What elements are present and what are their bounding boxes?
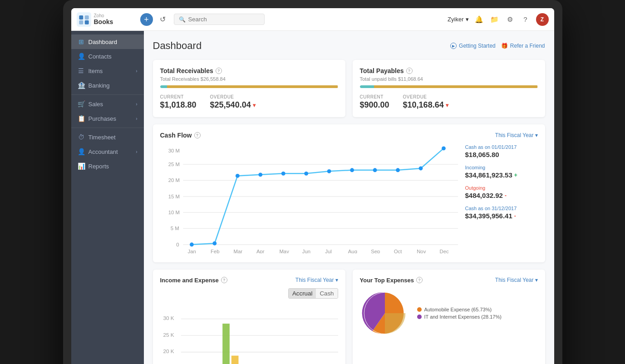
top-expenses-fiscal-year[interactable]: This Fiscal Year ▾: [495, 277, 538, 283]
payables-current-block: CURRENT $900.00: [360, 94, 389, 110]
svg-text:Jul: Jul: [325, 249, 332, 253]
legend-item-it: IT and Internet Expenses (28.17%): [417, 314, 502, 320]
sidebar-item-accountant[interactable]: 👤 Accountant ›: [71, 144, 144, 159]
user-name[interactable]: Zyiker ▾: [448, 16, 468, 23]
payables-overdue-bar: [374, 85, 538, 88]
receivables-info-icon[interactable]: ?: [216, 68, 222, 74]
cash-start-label: Cash as on 01/01/2017: [465, 144, 538, 150]
svg-point-21: [258, 172, 262, 177]
automobile-legend-label: Automobile Expense (65.73%): [424, 307, 492, 312]
top-expenses-title: Your Top Expenses ?: [360, 277, 423, 284]
incoming-value: $34,861,923.53 +: [465, 171, 538, 179]
cash-toggle[interactable]: Cash: [316, 289, 337, 298]
top-expenses-info-icon[interactable]: ?: [416, 277, 423, 283]
income-expense-fiscal-year[interactable]: This Fiscal Year ▾: [295, 277, 338, 283]
svg-point-22: [281, 172, 285, 176]
payables-overdue-arrow[interactable]: ▾: [446, 102, 448, 108]
sidebar-item-label: Purchases: [89, 115, 116, 122]
content-header: Dashboard ▶ Getting Started 🎁 Refer a Fr…: [153, 40, 545, 52]
svg-rect-1: [79, 15, 83, 20]
cashflow-info-icon[interactable]: ?: [194, 132, 201, 138]
svg-text:Apr: Apr: [256, 249, 264, 253]
dropdown-icon: ▾: [535, 132, 538, 138]
svg-rect-4: [84, 20, 89, 24]
overdue-value: $25,540.04 ▾: [210, 100, 256, 110]
current-value: $1,018.80: [160, 100, 197, 110]
notifications-icon[interactable]: 🔔: [474, 15, 484, 25]
screen: Zoho Books + ↺ 🔍 Zyiker ▾ 🔔 📁 ⚙ ?: [71, 8, 554, 364]
receivables-current-block: CURRENT $1,018.80: [160, 94, 197, 110]
payables-title: Total Payables ?: [360, 67, 538, 74]
sidebar-item-dashboard[interactable]: ⊞ Dashboard: [71, 34, 144, 49]
play-icon: ▶: [450, 43, 457, 49]
refer-friend-button[interactable]: 🎁 Refer a Friend: [501, 43, 545, 49]
getting-started-button[interactable]: ▶ Getting Started: [450, 43, 496, 49]
sidebar-item-timesheet[interactable]: ⏱ Timesheet: [71, 130, 144, 144]
svg-text:25 K: 25 K: [163, 331, 174, 337]
income-expense-info-icon[interactable]: ?: [221, 277, 227, 283]
search-input[interactable]: [188, 16, 260, 23]
history-button[interactable]: ↺: [157, 13, 169, 26]
avatar[interactable]: Z: [536, 13, 549, 26]
sidebar-item-reports[interactable]: 📊 Reports: [71, 159, 144, 173]
svg-text:5 M: 5 M: [170, 226, 179, 231]
folder-icon[interactable]: 📁: [490, 15, 500, 25]
cashflow-layout: 0 5 M 10 M 15 M 20 M 25 M 30 M: [160, 144, 538, 255]
svg-text:20 M: 20 M: [168, 177, 179, 183]
payables-current-value: $900.00: [360, 100, 389, 110]
settings-icon[interactable]: ⚙: [505, 15, 515, 25]
svg-rect-3: [79, 20, 83, 24]
page-title: Dashboard: [153, 40, 202, 52]
income-expense-chart: 30 K 25 K 20 K: [160, 302, 338, 364]
accrual-toggle[interactable]: Accrual: [289, 289, 316, 298]
nav-divider-2: [71, 128, 144, 128]
sales-icon: 🛒: [78, 100, 85, 108]
income-expense-card: Income and Expense ? This Fiscal Year ▾: [153, 270, 345, 364]
sidebar-item-label: Reports: [89, 163, 109, 170]
sidebar-item-label: Dashboard: [89, 39, 118, 45]
dropdown-icon-3: ▾: [535, 277, 538, 283]
sidebar-item-contacts[interactable]: 👤 Contacts: [71, 49, 144, 64]
top-expenses-header: Your Top Expenses ? This Fiscal Year ▾: [360, 277, 538, 284]
svg-text:Nov: Nov: [417, 249, 426, 253]
sidebar-item-items[interactable]: ☰ Items ›: [71, 64, 144, 78]
sidebar-item-purchases[interactable]: 📋 Purchases ›: [71, 111, 144, 126]
add-button[interactable]: +: [140, 13, 153, 26]
it-legend-dot: [417, 315, 422, 319]
overdue-arrow[interactable]: ▾: [253, 102, 256, 108]
outgoing-block: Outgoing $484,032.92 -: [465, 185, 538, 199]
cashflow-fiscal-year[interactable]: This Fiscal Year ▾: [495, 132, 538, 138]
svg-text:Feb: Feb: [211, 249, 220, 253]
pie-chart-container: [360, 288, 410, 340]
incoming-label: Incoming: [465, 165, 538, 170]
svg-rect-2: [84, 15, 89, 20]
sidebar-item-banking[interactable]: 🏦 Banking: [71, 78, 144, 93]
cash-start-block: Cash as on 01/01/2017 $18,065.80: [465, 144, 538, 158]
receivables-subtitle: Total Receivables $26,558.84: [160, 76, 338, 82]
search-icon: 🔍: [179, 16, 186, 23]
svg-rect-62: [231, 355, 238, 364]
cashflow-stats: Cash as on 01/01/2017 $18,065.80 Incomin…: [465, 144, 538, 255]
svg-text:Sep: Sep: [371, 249, 380, 253]
search-box[interactable]: 🔍: [174, 14, 265, 25]
payables-info-icon[interactable]: ?: [406, 68, 413, 74]
gift-icon: 🎁: [501, 43, 508, 49]
purchases-icon: 📋: [78, 115, 85, 122]
income-expense-title: Income and Expense ?: [160, 277, 227, 284]
overdue-label: OVERDUE: [210, 94, 256, 99]
cashflow-svg: 0 5 M 10 M 15 M 20 M 25 M 30 M: [160, 144, 458, 253]
payables-current-bar: [360, 85, 374, 88]
payables-subtitle: Total unpaid bills $11,068.64: [360, 76, 538, 82]
svg-point-29: [442, 146, 446, 150]
laptop-frame: Zoho Books + ↺ 🔍 Zyiker ▾ 🔔 📁 ⚙ ?: [63, 0, 562, 364]
sidebar-item-label: Sales: [89, 101, 103, 108]
svg-point-20: [235, 174, 239, 178]
accrual-cash-toggle: Accrual Cash: [288, 288, 338, 299]
help-icon[interactable]: ?: [521, 15, 531, 25]
sidebar-item-sales[interactable]: 🛒 Sales ›: [71, 97, 144, 111]
sidebar-item-label: Timesheet: [89, 134, 116, 141]
receivables-current-bar: [160, 85, 167, 88]
cashflow-chart: 0 5 M 10 M 15 M 20 M 25 M 30 M: [160, 144, 458, 255]
svg-text:May: May: [279, 249, 289, 253]
svg-text:30 M: 30 M: [168, 148, 179, 153]
